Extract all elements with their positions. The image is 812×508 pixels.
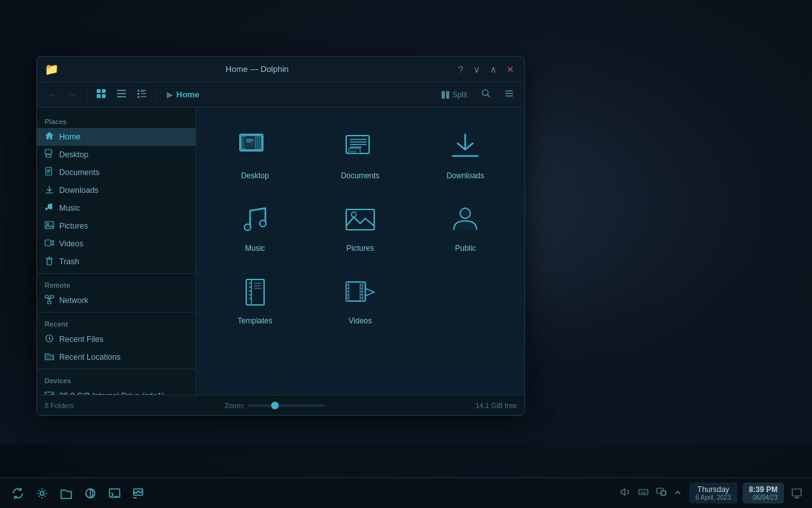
help-button[interactable]: ?	[456, 63, 466, 76]
svg-point-64	[244, 224, 251, 230]
zoom-slider[interactable]	[248, 404, 325, 407]
svg-rect-30	[45, 240, 51, 246]
keyboard-icon[interactable]	[636, 484, 651, 502]
svg-rect-21	[45, 150, 52, 154]
recent-locations-icon	[45, 351, 54, 363]
window-icon: 📁	[45, 62, 59, 76]
recent-label: Recent	[37, 315, 195, 330]
sidebar-item-trash-label: Trash	[59, 257, 80, 266]
templates-folder-label: Templates	[237, 316, 272, 325]
taskbar-icon-app[interactable]	[80, 483, 101, 504]
icon-view-button[interactable]	[92, 86, 110, 104]
show-desktop-button[interactable]	[789, 483, 804, 504]
close-button[interactable]: ✕	[504, 63, 517, 76]
taskbar-icon-monitor[interactable]	[129, 483, 149, 504]
free-space: 14.1 GiB free	[475, 402, 517, 409]
file-grid: Desktop text Documents	[196, 108, 524, 395]
sidebar: Places Home Desktop Documents	[37, 108, 196, 395]
sidebar-item-desktop-label: Desktop	[59, 150, 88, 159]
svg-rect-31	[47, 259, 52, 265]
taskbar-icon-gear[interactable]	[32, 483, 52, 504]
svg-rect-15	[446, 91, 449, 99]
file-item-public[interactable]: Public	[419, 193, 512, 259]
svg-point-69	[460, 208, 470, 218]
file-item-music[interactable]: Music	[209, 193, 301, 259]
menu-button[interactable]	[500, 86, 518, 104]
sidebar-item-internal-drive[interactable]: 20.0 GiB Internal Drive (sda1)	[37, 387, 195, 395]
svg-rect-14	[442, 91, 445, 99]
sidebar-item-network[interactable]: Network	[37, 292, 195, 309]
file-item-downloads[interactable]: Downloads	[419, 120, 512, 187]
volume-icon[interactable]	[618, 484, 633, 502]
file-item-videos[interactable]: Videos	[314, 265, 406, 332]
clock-time: 8:39 PM	[749, 485, 778, 494]
svg-point-68	[351, 212, 356, 217]
back-button[interactable]: ←	[43, 87, 61, 103]
svg-rect-33	[45, 295, 48, 298]
svg-rect-12	[137, 96, 139, 98]
zoom-thumb	[271, 402, 279, 409]
minimize-button[interactable]: ∨	[471, 63, 482, 76]
svg-point-93	[40, 491, 44, 495]
file-item-templates[interactable]: Templates	[209, 265, 301, 332]
svg-rect-100	[639, 490, 648, 495]
music-folder-icon	[235, 199, 276, 240]
svg-point-65	[260, 220, 266, 227]
sidebar-item-pictures[interactable]: Pictures	[37, 217, 195, 235]
taskbar-icon-files[interactable]	[56, 483, 76, 504]
taskbar: Thursday 6 April, 2023 8:39 PM 06/04/23	[0, 477, 812, 508]
split-button[interactable]: Split	[436, 88, 472, 102]
svg-rect-7	[137, 90, 139, 92]
public-folder-label: Public	[455, 244, 476, 253]
desktop-folder-icon	[235, 127, 276, 167]
maximize-button[interactable]: ∧	[487, 63, 499, 76]
sidebar-item-desktop[interactable]: Desktop	[37, 146, 195, 164]
titlebar: 📁 Home — Dolphin ? ∨ ∧ ✕	[37, 57, 524, 82]
sidebar-item-recent-files[interactable]: Recent Files	[37, 330, 195, 348]
sidebar-item-home[interactable]: Home	[37, 128, 195, 146]
music-folder-label: Music	[245, 244, 265, 253]
sidebar-item-recent-locations[interactable]: Recent Locations	[37, 348, 195, 366]
svg-rect-49	[244, 138, 256, 148]
svg-rect-96	[109, 489, 120, 497]
chevron-up-icon[interactable]	[671, 486, 684, 501]
search-button[interactable]	[477, 86, 495, 104]
file-item-desktop[interactable]: Desktop	[209, 120, 301, 187]
breadcrumb-location[interactable]: Home	[176, 90, 199, 99]
toolbar-separator-2	[156, 88, 157, 101]
file-item-pictures[interactable]: Pictures	[314, 193, 406, 259]
taskbar-icon-refresh[interactable]	[8, 483, 28, 504]
svg-rect-35	[48, 301, 51, 304]
svg-rect-53	[255, 136, 256, 150]
window-title: Home — Dolphin	[59, 64, 456, 74]
file-item-documents[interactable]: text Documents	[314, 120, 406, 187]
videos-folder-icon	[340, 272, 381, 313]
sys-icons	[618, 484, 684, 502]
templates-folder-icon	[235, 272, 276, 313]
forward-button[interactable]: →	[64, 87, 81, 103]
recent-files-icon	[45, 334, 54, 345]
sidebar-item-documents[interactable]: Documents	[37, 164, 195, 181]
pictures-icon	[45, 220, 54, 232]
svg-rect-18	[505, 90, 513, 92]
sidebar-item-downloads[interactable]: Downloads	[37, 181, 195, 199]
display-icon[interactable]	[654, 484, 669, 502]
sidebar-item-trash[interactable]: Trash	[37, 253, 195, 271]
toolbar: ← → ▶ Home Split	[37, 82, 524, 108]
svg-point-29	[47, 223, 49, 225]
detail-view-button[interactable]	[133, 86, 151, 104]
clock-date: 06/04/23	[749, 494, 778, 501]
sidebar-item-music-label: Music	[59, 204, 80, 213]
trash-icon	[45, 256, 54, 267]
svg-rect-6	[117, 96, 126, 97]
sidebar-item-videos[interactable]: Videos	[37, 235, 195, 253]
taskbar-icon-terminal[interactable]	[104, 483, 125, 504]
day-widget: Thursday 6 April, 2023	[689, 483, 738, 504]
desktop-icon	[45, 149, 54, 160]
documents-folder-label: Documents	[341, 171, 380, 180]
sidebar-item-music[interactable]: Music	[37, 199, 195, 217]
places-label: Places	[37, 113, 195, 128]
svg-rect-5	[117, 93, 126, 94]
list-view-button[interactable]	[113, 86, 130, 104]
svg-rect-20	[505, 95, 513, 97]
